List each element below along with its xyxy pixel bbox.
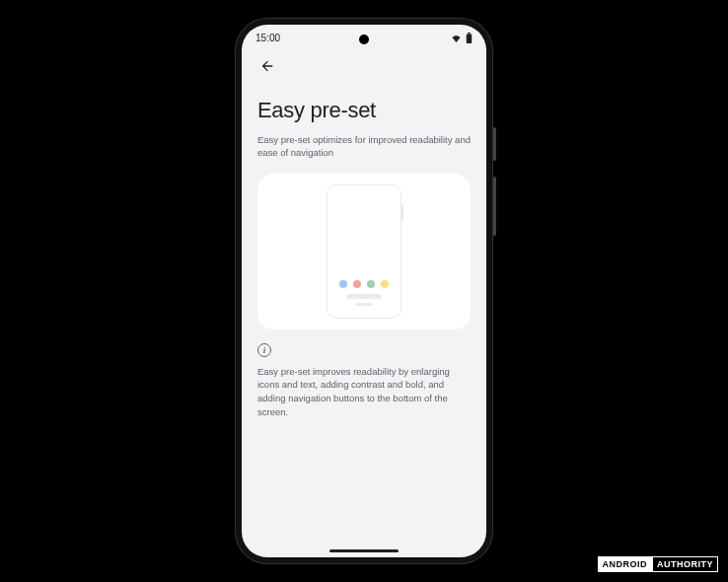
page-description: Easy pre-set improves readability by enl… xyxy=(257,365,471,419)
preview-dots xyxy=(339,280,389,288)
phone-frame: 15:00 Easy pre-set Easy pre-set optimize… xyxy=(236,19,492,563)
page-title: Easy pre-set xyxy=(257,98,471,123)
watermark-right: AUTHORITY xyxy=(652,556,718,572)
preview-pill-short xyxy=(355,303,373,306)
wifi-icon xyxy=(451,34,462,42)
power-button xyxy=(493,127,496,161)
screen: 15:00 Easy pre-set Easy pre-set optimize… xyxy=(242,25,486,557)
gesture-bar[interactable] xyxy=(329,549,399,552)
page-subtitle: Easy pre-set optimizes for improved read… xyxy=(257,133,471,160)
preview-pill xyxy=(346,294,382,299)
svg-rect-0 xyxy=(468,33,471,34)
content-area: Easy pre-set Easy pre-set optimizes for … xyxy=(242,82,486,557)
preview-phone-illustration xyxy=(327,184,401,319)
watermark-left: ANDROID xyxy=(598,556,653,572)
watermark: ANDROID AUTHORITY xyxy=(598,556,719,572)
app-bar xyxy=(242,50,486,82)
back-button[interactable] xyxy=(257,56,277,76)
info-icon: i xyxy=(257,343,271,357)
preview-card xyxy=(257,174,471,329)
arrow-back-icon xyxy=(259,58,275,74)
battery-icon xyxy=(466,33,473,43)
volume-button xyxy=(493,177,496,236)
dot-yellow xyxy=(381,280,389,288)
svg-rect-1 xyxy=(467,34,473,43)
info-row: i xyxy=(257,343,471,357)
dot-blue xyxy=(339,280,347,288)
camera-cutout xyxy=(359,35,369,44)
dot-green xyxy=(367,280,375,288)
status-time: 15:00 xyxy=(255,33,280,43)
dot-red xyxy=(353,280,361,288)
